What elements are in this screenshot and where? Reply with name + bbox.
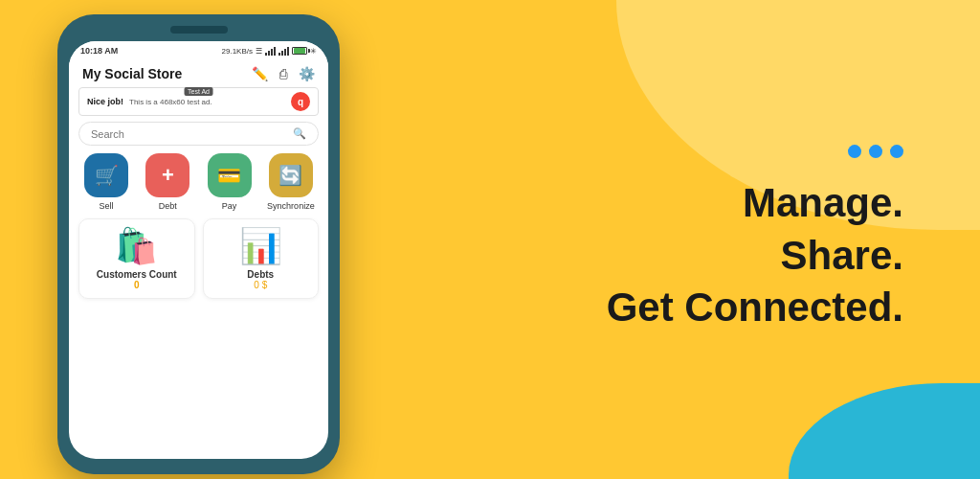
bar4 (274, 47, 276, 56)
bar1 (265, 53, 267, 56)
customers-illustration: 🛍️ (115, 229, 158, 263)
bar3-2 (284, 49, 286, 56)
sell-icon: 🛒 (84, 153, 128, 197)
app-header: My Social Store ✏️ ⎙ ⚙️ (69, 58, 328, 87)
status-bar: 10:18 AM 29.1KB/s ☰ (69, 41, 328, 58)
share-icon[interactable]: ⎙ (279, 66, 287, 81)
bar3 (271, 49, 273, 56)
edit-icon[interactable]: ✏️ (252, 66, 268, 81)
sd-icon: ☰ (256, 47, 262, 56)
ad-label: Test Ad (184, 87, 213, 96)
header-icons: ✏️ ⎙ ⚙️ (252, 66, 315, 81)
debts-illustration: 📊 (239, 229, 282, 263)
signal-bars-2 (278, 47, 289, 56)
ad-banner: Test Ad Nice job! This is a 468x60 test … (78, 87, 319, 116)
debt-icon: + (145, 153, 189, 197)
debts-title: Debts (247, 269, 274, 280)
bluetooth-icon: ✳ (310, 47, 317, 56)
search-input[interactable] (91, 128, 293, 140)
app-title: My Social Store (82, 66, 182, 81)
sell-label: Sell (100, 201, 114, 211)
phone-notch (170, 26, 228, 34)
pay-icon: 💳 (208, 153, 252, 197)
customers-card[interactable]: 🛍️ Customers Count 0 (78, 218, 195, 299)
tagline-line2: Share. (607, 230, 903, 283)
debts-value: 0 $ (254, 280, 267, 290)
sync-icon: 🔄 (269, 153, 313, 197)
phone-body: 10:18 AM 29.1KB/s ☰ (57, 14, 340, 474)
wave-bottom-right (789, 383, 980, 479)
ad-nicejob: Nice job! (87, 97, 123, 106)
bar2 (268, 51, 270, 56)
bar1-2 (278, 53, 280, 56)
signal-bars (265, 47, 276, 56)
cards-grid: 🛍️ Customers Count 0 📊 Debts 0 $ (69, 218, 328, 299)
bar4-2 (287, 47, 289, 56)
customers-title: Customers Count (97, 269, 177, 280)
settings-icon[interactable]: ⚙️ (299, 66, 315, 81)
action-sync[interactable]: 🔄 Synchronize (263, 153, 319, 211)
battery-icon (292, 47, 307, 55)
debt-label: Debt (159, 201, 177, 211)
search-icon: 🔍 (293, 127, 306, 140)
battery-fill (294, 48, 305, 54)
phone-mockup: 10:18 AM 29.1KB/s ☰ (57, 14, 340, 474)
action-sell[interactable]: 🛒 Sell (78, 153, 134, 211)
search-bar[interactable]: 🔍 (78, 122, 319, 146)
status-right: 29.1KB/s ☰ (222, 47, 317, 56)
data-speed: 29.1KB/s (222, 47, 253, 56)
dot-1 (848, 145, 861, 158)
tagline-line1: Manage. (607, 177, 903, 230)
actions-grid: 🛒 Sell + Debt 💳 Pay 🔄 Synchronize (69, 153, 328, 218)
debts-card[interactable]: 📊 Debts 0 $ (203, 218, 320, 299)
tagline-line3: Get Connected. (607, 282, 903, 334)
dot-2 (869, 145, 882, 158)
tagline: Manage. Share. Get Connected. (607, 177, 903, 334)
status-time: 10:18 AM (80, 46, 118, 56)
action-pay[interactable]: 💳 Pay (202, 153, 257, 211)
action-debt[interactable]: + Debt (140, 153, 195, 211)
pay-label: Pay (222, 201, 237, 211)
phone-screen: 10:18 AM 29.1KB/s ☰ (69, 41, 328, 459)
ad-logo: q (291, 92, 310, 111)
dot-3 (890, 145, 903, 158)
decorative-dots (607, 145, 903, 158)
ad-text: This is a 468x60 test ad. (129, 98, 285, 106)
right-panel: Manage. Share. Get Connected. (607, 145, 903, 334)
customers-value: 0 (134, 280, 140, 290)
sync-label: Synchronize (267, 201, 315, 211)
bar2-2 (281, 51, 283, 56)
